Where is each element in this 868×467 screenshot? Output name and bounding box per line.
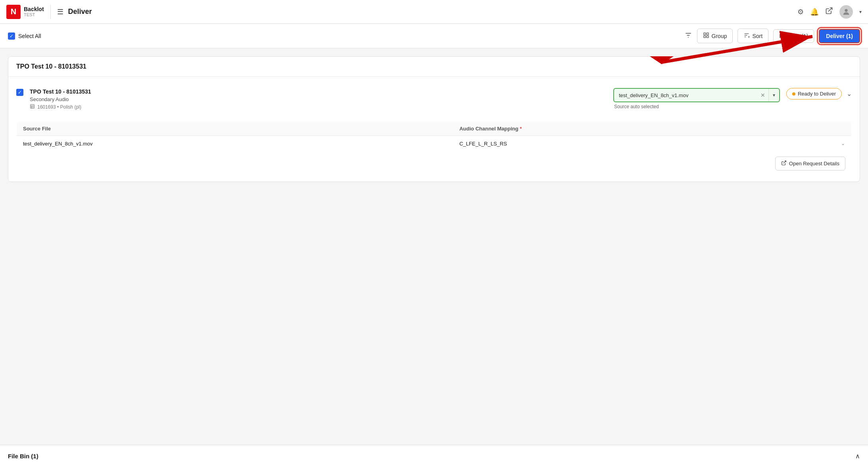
delivery-item-subtitle: Secondary Audio	[30, 96, 607, 103]
svg-rect-8	[707, 36, 709, 38]
filter-icon[interactable]	[684, 31, 692, 41]
status-badge: Ready to Deliver	[786, 88, 842, 100]
brand-name: Backlot	[24, 6, 44, 13]
col-audio-channel-header: Audio Channel Mapping *	[453, 121, 852, 136]
avatar[interactable]	[839, 5, 853, 19]
remove-button[interactable]: Remove (1)	[773, 29, 814, 43]
sort-button[interactable]: Sort	[737, 29, 768, 43]
svg-rect-5	[704, 33, 706, 35]
audio-channel-cell: C_LFE_L_R_LS_RS ⌄	[453, 136, 852, 151]
avatar-chevron-icon[interactable]: ▾	[859, 9, 862, 15]
checkbox-check-icon: ✓	[10, 33, 13, 39]
open-request-button[interactable]: Open Request Details	[775, 157, 845, 170]
open-request-icon	[781, 160, 787, 167]
status-badge-container: Ready to Deliver ⌄	[786, 88, 852, 100]
main-content: TPO Test 10 - 81013531 ✓ TPO Test 10 - 8…	[0, 48, 868, 190]
table-row: test_delivery_EN_8ch_v1.mov C_LFE_L_R_LS…	[17, 136, 852, 151]
app-header: N Backlot TEST ☰ Deliver ⚙ 🔔 ▾	[0, 0, 868, 24]
header-divider	[50, 5, 51, 19]
section-card: TPO Test 10 - 81013531 ✓ TPO Test 10 - 8…	[8, 56, 860, 182]
open-request-label: Open Request Details	[789, 161, 839, 167]
brand-info: Backlot TEST	[24, 6, 44, 18]
required-asterisk: *	[520, 126, 522, 132]
app-logo: N	[6, 5, 21, 19]
svg-rect-7	[704, 36, 706, 38]
header-actions: ⚙ 🔔 ▾	[797, 5, 862, 19]
svg-line-19	[784, 161, 786, 163]
delivery-item: ✓ TPO Test 10 - 81013531 Secondary Audio…	[16, 83, 852, 115]
group-button[interactable]: Group	[697, 29, 733, 43]
source-file-cell: test_delivery_EN_8ch_v1.mov	[17, 136, 453, 151]
menu-icon[interactable]: ☰	[57, 8, 63, 16]
delivery-item-meta: 1601693 • Polish (pl)	[30, 104, 607, 110]
page-title: Deliver	[68, 8, 92, 16]
expand-icon[interactable]: ⌄	[847, 90, 852, 98]
group-label: Group	[712, 33, 727, 39]
source-selector-value: test_delivery_EN_8ch_v1.mov	[614, 89, 757, 101]
source-dropdown-icon[interactable]: ▾	[769, 89, 779, 101]
select-all-container: ✓ Select All	[8, 33, 680, 40]
audio-table: Source File Audio Channel Mapping * test…	[16, 121, 852, 152]
toolbar: ✓ Select All Group Sort Rem	[0, 24, 868, 48]
select-all-checkbox[interactable]: ✓	[8, 33, 15, 40]
bell-icon[interactable]: 🔔	[810, 8, 819, 16]
select-all-label: Select All	[18, 33, 41, 39]
section-body: ✓ TPO Test 10 - 81013531 Secondary Audio…	[8, 77, 860, 182]
status-label: Ready to Deliver	[798, 91, 836, 97]
sort-icon	[743, 32, 750, 40]
col-source-file-header: Source File	[17, 121, 453, 136]
open-request-row: Open Request Details	[16, 152, 852, 175]
delivery-item-meta-text: 1601693 • Polish (pl)	[37, 104, 81, 110]
audio-channel-dropdown-icon[interactable]: ⌄	[841, 141, 845, 146]
section-header: TPO Test 10 - 81013531	[8, 57, 860, 77]
svg-rect-15	[31, 104, 35, 108]
svg-rect-6	[707, 33, 709, 35]
deliver-button[interactable]: Deliver (1)	[819, 29, 860, 43]
svg-point-1	[845, 9, 847, 11]
source-clear-icon[interactable]: ✕	[757, 89, 769, 101]
sort-label: Sort	[752, 33, 762, 39]
delivery-item-checkbox[interactable]: ✓	[16, 89, 23, 96]
delivery-item-title-line1: TPO Test 10 - 81013531	[30, 88, 607, 96]
meta-file-icon	[30, 104, 35, 110]
brand-sub: TEST	[24, 12, 44, 17]
delivery-item-info: TPO Test 10 - 81013531 Secondary Audio 1…	[30, 88, 607, 110]
audio-channel-value: C_LFE_L_R_LS_RS	[459, 141, 507, 147]
section-title: TPO Test 10 - 81013531	[16, 63, 86, 70]
external-link-icon[interactable]	[825, 7, 833, 17]
source-selector[interactable]: test_delivery_EN_8ch_v1.mov ✕ ▾	[613, 88, 780, 102]
source-selector-container: test_delivery_EN_8ch_v1.mov ✕ ▾ Source a…	[613, 88, 780, 109]
group-icon	[703, 32, 709, 40]
delivery-checkbox-check: ✓	[18, 90, 22, 95]
source-auto-label: Source auto selected	[613, 104, 780, 109]
settings-icon[interactable]: ⚙	[797, 8, 804, 16]
status-dot	[792, 92, 795, 96]
svg-line-0	[828, 8, 832, 11]
